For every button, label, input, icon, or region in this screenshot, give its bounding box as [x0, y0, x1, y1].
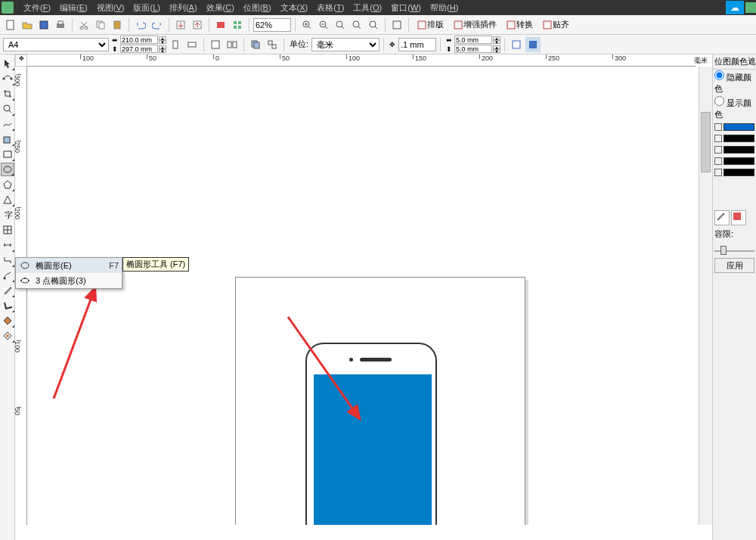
copy-icon[interactable]	[93, 17, 108, 33]
menu-arrange[interactable]: 排列(A)	[165, 2, 202, 14]
page-width-input[interactable]	[120, 36, 158, 44]
page-height-input[interactable]	[120, 45, 158, 53]
paste-icon[interactable]	[110, 17, 125, 33]
menu-window[interactable]: 窗口(W)	[386, 2, 426, 14]
apply-button[interactable]: 应用	[714, 258, 754, 273]
menu-effects[interactable]: 效果(C)	[202, 2, 239, 14]
print-icon[interactable]	[53, 17, 68, 33]
interactive-tool[interactable]	[1, 268, 14, 282]
import-icon[interactable]	[173, 17, 188, 33]
svg-point-53	[24, 278, 26, 279]
dimension-tool[interactable]	[1, 238, 14, 252]
outline-tool[interactable]	[1, 299, 14, 312]
radio-show-colors[interactable]: 显示颜色	[713, 95, 756, 121]
duplicate-icon[interactable]	[248, 37, 263, 52]
crop-tool[interactable]	[1, 87, 14, 101]
swatch-row-3[interactable]	[714, 156, 754, 166]
menu-table[interactable]: 表格(T)	[312, 2, 349, 14]
eyedropper-button[interactable]	[714, 210, 730, 225]
freehand-tool[interactable]	[1, 117, 14, 131]
facing-pages-icon[interactable]	[225, 37, 240, 52]
align-button[interactable]: 贴齐	[538, 17, 573, 33]
menu-edit[interactable]: 编辑(E)	[55, 2, 92, 14]
enhance-button[interactable]: 增强插件	[449, 17, 500, 33]
zoom-width-icon[interactable]	[366, 17, 381, 33]
zoom-input[interactable]	[253, 18, 291, 32]
zoom-page-icon[interactable]	[349, 17, 364, 33]
interactive-fill-tool[interactable]	[1, 329, 14, 343]
publish-icon[interactable]	[213, 17, 228, 33]
eyedropper-tool[interactable]	[1, 284, 14, 297]
ruler-origin[interactable]: ✥	[15, 54, 27, 67]
group-icon[interactable]	[265, 37, 280, 52]
zoom-out-icon[interactable]	[316, 17, 331, 33]
dup-x-input[interactable]	[454, 36, 492, 44]
menu-tools[interactable]: 工具(O)	[349, 2, 386, 14]
phone-shape[interactable]	[305, 343, 437, 525]
landscape-icon[interactable]	[184, 37, 200, 52]
swatch-row-2[interactable]	[714, 144, 754, 155]
save-icon[interactable]	[36, 17, 51, 33]
radio-hide-colors[interactable]: 隐藏颜色	[713, 70, 756, 95]
dup-x-icon: ⬌	[445, 36, 454, 44]
swatch-row-1[interactable]	[714, 133, 754, 144]
svg-rect-15	[238, 26, 241, 29]
svg-rect-1	[40, 21, 48, 29]
canvas[interactable]	[27, 67, 696, 525]
shape-tool[interactable]	[1, 72, 14, 85]
text-tool[interactable]: 字	[1, 208, 14, 222]
horizontal-ruler[interactable]: 100 50 0 50 100 150 200 250 300	[27, 54, 696, 67]
new-icon[interactable]	[3, 17, 18, 33]
zoom-tool[interactable]	[1, 102, 14, 116]
menu-help[interactable]: 帮助(H)	[426, 2, 463, 14]
main-area: 字 ✥ 100 50 0 50 100 150 200 250 300 毫米 3…	[0, 54, 756, 540]
menu-file[interactable]: 文件(F)	[19, 2, 55, 14]
cut-icon[interactable]	[76, 17, 91, 33]
snap-icon[interactable]	[509, 37, 524, 52]
extra-button[interactable]	[745, 2, 756, 13]
docker-title: 位图颜色遮罩	[713, 54, 756, 70]
menu-layout[interactable]: 版面(L)	[129, 2, 164, 14]
swatch-row-0[interactable]	[714, 122, 754, 132]
svg-rect-54	[733, 213, 741, 220]
connector-tool[interactable]	[1, 253, 14, 267]
convert-button[interactable]: 转换	[502, 17, 537, 33]
ellipse-tool[interactable]	[1, 163, 14, 176]
svg-rect-40	[4, 137, 10, 143]
export-icon[interactable]	[190, 17, 205, 33]
app-launcher-icon[interactable]	[230, 17, 245, 33]
menu-bitmap[interactable]: 位图(B)	[239, 2, 276, 14]
cloud-icon[interactable]: ☁	[726, 1, 744, 14]
basic-shapes-tool[interactable]	[1, 193, 14, 206]
fullscreen-icon[interactable]	[389, 17, 404, 33]
edit-color-button[interactable]	[731, 210, 746, 225]
vertical-ruler[interactable]: 300 250 200 150 100 50	[15, 67, 27, 525]
swatch-row-4[interactable]	[714, 167, 754, 178]
zoom-fit-icon[interactable]	[333, 17, 348, 33]
portrait-icon[interactable]	[168, 37, 183, 52]
treat-as-filled-icon[interactable]	[525, 37, 541, 52]
flyout-ellipse[interactable]: 椭圆形(E) F7	[16, 258, 122, 273]
undo-icon[interactable]	[133, 17, 148, 33]
layout-button[interactable]: 排版	[413, 17, 448, 33]
polygon-tool[interactable]	[1, 178, 14, 191]
menu-text[interactable]: 文本(X)	[276, 2, 313, 14]
redo-icon[interactable]	[150, 17, 165, 33]
smart-fill-tool[interactable]	[1, 132, 14, 146]
dup-y-input[interactable]	[454, 45, 492, 53]
flyout-3pt-ellipse[interactable]: 3 点椭圆形(3)	[16, 273, 122, 288]
pages-icon[interactable]	[208, 37, 223, 52]
units-select[interactable]: 毫米	[311, 38, 380, 51]
fill-tool[interactable]	[1, 314, 14, 327]
svg-rect-41	[4, 151, 11, 157]
table-tool[interactable]	[1, 223, 14, 237]
tolerance-slider[interactable]	[714, 243, 754, 255]
zoom-in-icon[interactable]	[299, 17, 314, 33]
pick-tool[interactable]	[1, 57, 14, 70]
rectangle-tool[interactable]	[1, 147, 14, 161]
page-preset-select[interactable]: A4	[3, 38, 109, 51]
vertical-scrollbar[interactable]	[699, 67, 712, 525]
menu-view[interactable]: 视图(V)	[92, 2, 129, 14]
open-icon[interactable]	[20, 17, 35, 33]
nudge-input[interactable]	[398, 38, 436, 51]
